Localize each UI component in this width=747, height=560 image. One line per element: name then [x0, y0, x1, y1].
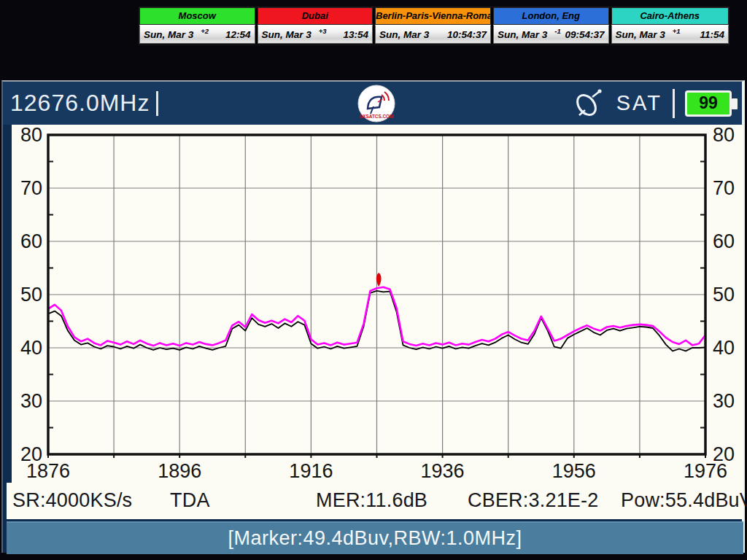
battery-indicator: 99	[685, 90, 732, 117]
clock-time-row: Sun, Mar 3 +3 13:54	[258, 25, 374, 44]
clock-time: 11:54	[700, 29, 724, 40]
utc-offset: +3	[319, 27, 327, 35]
cber-value: CBER:3.21E-2	[468, 489, 598, 512]
svg-text:1876: 1876	[26, 460, 70, 482]
dxsatcs-logo: DXSATCS.COM	[357, 85, 395, 122]
header-divider	[673, 89, 675, 118]
clock-column-moscow: Moscow Sun, Mar 3 +2 12:54	[139, 7, 258, 44]
svg-text:DXSATCS.COM: DXSATCS.COM	[360, 114, 394, 119]
clock-time-row: Sun, Mar 3 10:54:37	[375, 25, 491, 44]
svg-text:50: 50	[713, 284, 735, 306]
clock-column-london: London, Eng Sun, Mar 3 -1 09:54:37	[493, 7, 611, 44]
svg-text:60: 60	[713, 230, 735, 252]
clock-date: Sun, Mar 3	[262, 29, 311, 40]
clock-date: Sun, Mar 3	[616, 29, 665, 40]
measurement-info-row: SR:4000KS/s TDA MER:11.6dB CBER:3.21E-2 …	[7, 483, 743, 519]
analyzer-header: 12676.0MHz DXSATCS.COM SAT	[3, 82, 742, 125]
sat-mode-label: SAT	[616, 91, 662, 115]
clock-time: 09:54:37	[565, 29, 604, 40]
mer-value: MER:11.6dB	[316, 489, 427, 512]
city-name: Moscow	[139, 7, 255, 25]
clock-column-cairo: Cairo-Athens Sun, Mar 3 +1 11:54	[611, 7, 729, 44]
clock-time-row: Sun, Mar 3 +1 11:54	[611, 25, 729, 44]
spectrum-svg: 8080707060605050404030302020187618961916…	[12, 125, 743, 483]
text-cursor	[156, 91, 158, 116]
satellite-dish-icon	[573, 88, 606, 120]
svg-text:70: 70	[20, 177, 42, 199]
dxsatcs-logo-icon: DXSATCS.COM	[357, 85, 395, 122]
battery-level: 99	[699, 93, 718, 113]
utc-offset: -1	[554, 27, 560, 35]
clock-time: 13:54	[343, 29, 368, 40]
svg-text:1976: 1976	[684, 460, 727, 482]
clock-time: 12:54	[225, 29, 251, 40]
marker-readout: [Marker:49.4dBuv,RBW:1.0MHz]	[228, 527, 522, 550]
clock-time: 10:54:37	[447, 29, 487, 40]
utc-offset: +2	[201, 27, 209, 35]
svg-text:1896: 1896	[158, 460, 201, 482]
frequency-display[interactable]: 12676.0MHz	[10, 90, 150, 117]
world-clock-bar: Moscow Sun, Mar 3 +2 12:54 Dubai Sun, Ma…	[139, 7, 729, 45]
city-name: London, Eng	[493, 7, 609, 25]
svg-text:60: 60	[20, 230, 42, 252]
spectrum-analyzer-panel: 12676.0MHz DXSATCS.COM SAT	[1, 80, 745, 553]
svg-text:30: 30	[713, 390, 735, 412]
svg-text:1936: 1936	[421, 460, 465, 482]
svg-text:80: 80	[20, 125, 42, 146]
clock-date: Sun, Mar 3	[379, 29, 429, 40]
clock-time-row: Sun, Mar 3 -1 09:54:37	[493, 25, 609, 44]
header-right-group: SAT 99	[573, 82, 732, 125]
svg-text:40: 40	[20, 337, 42, 359]
clock-time-row: Sun, Mar 3 +2 12:54	[139, 25, 255, 44]
power-value: Pow:55.4dBuV	[621, 489, 747, 512]
utc-offset: +1	[673, 27, 681, 35]
city-name: Berlin-Paris-Vienna-Roma	[375, 7, 491, 25]
svg-text:80: 80	[713, 125, 735, 146]
svg-text:1956: 1956	[552, 460, 596, 482]
svg-text:40: 40	[713, 337, 735, 359]
svg-text:70: 70	[713, 177, 735, 199]
spectrum-chart: 8080707060605050404030302020187618961916…	[12, 125, 743, 483]
city-name: Dubai	[258, 7, 374, 25]
symbol-rate-value: SR:4000KS/s	[12, 489, 132, 512]
svg-text:30: 30	[20, 390, 42, 412]
clock-column-dubai: Dubai Sun, Mar 3 +3 13:54	[258, 7, 376, 44]
marker-status-bar: [Marker:49.4dBuv,RBW:1.0MHz]	[7, 521, 743, 554]
mode-value: TDA	[170, 489, 210, 512]
clock-date: Sun, Mar 3	[498, 29, 547, 40]
clock-date: Sun, Mar 3	[144, 29, 193, 40]
city-name: Cairo-Athens	[611, 7, 729, 25]
clock-column-berlin: Berlin-Paris-Vienna-Roma Sun, Mar 3 10:5…	[375, 7, 493, 44]
svg-text:50: 50	[20, 284, 42, 306]
svg-text:1916: 1916	[289, 460, 333, 482]
battery-nub	[732, 98, 738, 109]
